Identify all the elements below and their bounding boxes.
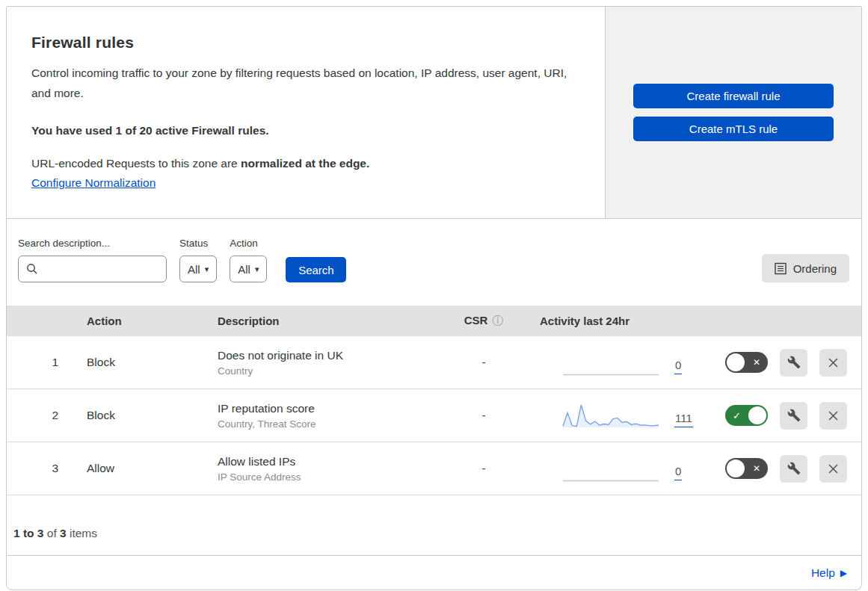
- rule-activity-cell: 111: [525, 402, 701, 429]
- status-label: Status: [179, 238, 217, 249]
- rule-priority: 1: [7, 356, 78, 369]
- configure-normalization-link[interactable]: Configure Normalization: [31, 176, 156, 190]
- rule-priority: 2: [7, 409, 78, 422]
- normalization-note-text: URL-encoded Requests to this zone are: [31, 157, 241, 170]
- close-icon: [828, 410, 839, 421]
- search-input-box[interactable]: [18, 256, 167, 282]
- status-field: Status All ▾: [179, 238, 217, 282]
- chevron-down-icon: ▾: [255, 264, 259, 274]
- activity-count-link[interactable]: 0: [674, 465, 682, 480]
- table-row: 2 Block IP reputation score Country, Thr…: [7, 389, 861, 442]
- csr-column-header: CSRⓘ: [443, 314, 525, 328]
- action-column-header: Action: [78, 315, 209, 327]
- rule-activity-cell: 0: [525, 455, 701, 482]
- toggle-knob: [727, 460, 745, 477]
- normalization-note-bold: normalized at the edge.: [241, 157, 369, 170]
- intro-section: Firewall rules Control incoming traffic …: [7, 7, 605, 218]
- rule-description-cell: Does not originate in UK Country: [209, 349, 443, 377]
- description-column-header: Description: [209, 315, 443, 327]
- help-link[interactable]: Help ▶: [811, 566, 847, 580]
- action-select-value: All: [238, 263, 250, 276]
- activity-sparkline: [562, 349, 659, 376]
- activity-sparkline: [562, 402, 659, 429]
- table-header: Action Description CSRⓘ Activity last 24…: [7, 306, 861, 336]
- pagination-range: 1 to 3: [13, 527, 43, 539]
- rule-controls: ✓✕: [701, 349, 861, 377]
- action-select[interactable]: All ▾: [230, 256, 267, 282]
- close-icon: [828, 463, 839, 474]
- rule-fields: IP Source Address: [218, 471, 443, 483]
- rule-enabled-toggle[interactable]: ✓✕: [725, 352, 768, 373]
- edit-rule-button[interactable]: [780, 402, 807, 430]
- rule-description-cell: IP reputation score Country, Threat Scor…: [209, 402, 443, 430]
- delete-rule-button[interactable]: [819, 349, 847, 377]
- pagination-items-label: items: [70, 527, 97, 539]
- rule-action: Allow: [78, 462, 209, 475]
- activity-sparkline: [562, 455, 659, 482]
- edit-rule-button[interactable]: [780, 455, 807, 483]
- rule-action: Block: [78, 356, 209, 369]
- rule-name: Does not originate in UK: [218, 349, 443, 362]
- activity-column-header: Activity last 24hr: [525, 315, 701, 327]
- chevron-down-icon: ▾: [205, 264, 209, 274]
- header-section: Firewall rules Control incoming traffic …: [7, 7, 861, 219]
- rule-priority: 3: [7, 462, 78, 475]
- action-label: Action: [230, 238, 267, 249]
- rule-enabled-toggle[interactable]: ✓✕: [725, 405, 768, 426]
- pagination-of: of: [47, 527, 57, 539]
- activity-count-link[interactable]: 111: [674, 412, 693, 427]
- search-button[interactable]: Search: [286, 257, 346, 282]
- edit-rule-button[interactable]: [780, 349, 807, 377]
- pagination-summary: 1 to 3 of 3 items: [7, 495, 861, 555]
- actions-panel: Create firewall rule Create mTLS rule: [605, 7, 861, 218]
- x-icon: ✕: [753, 464, 760, 473]
- rule-csr: -: [443, 462, 525, 475]
- delete-rule-button[interactable]: [819, 455, 847, 483]
- ordering-button-label: Ordering: [793, 262, 837, 275]
- help-bar: Help ▶: [7, 555, 861, 590]
- x-icon: ✕: [753, 358, 760, 367]
- search-label: Search description...: [18, 238, 167, 249]
- chevron-right-icon: ▶: [840, 568, 847, 578]
- page-title: Firewall rules: [31, 34, 575, 52]
- create-mtls-rule-button[interactable]: Create mTLS rule: [633, 117, 834, 141]
- search-input[interactable]: [44, 263, 158, 276]
- help-link-label: Help: [811, 566, 835, 580]
- rule-csr: -: [443, 356, 525, 369]
- rule-csr: -: [443, 409, 525, 422]
- filter-bar: Search description... Status All ▾ Actio…: [7, 219, 861, 306]
- rule-name: IP reputation score: [218, 402, 443, 415]
- table-row: 1 Block Does not originate in UK Country…: [7, 336, 861, 389]
- check-icon: ✓: [733, 411, 741, 421]
- pagination-total: 3: [60, 527, 67, 539]
- firewall-rules-card: Firewall rules Control incoming traffic …: [6, 6, 862, 590]
- wrench-icon: [787, 356, 801, 369]
- rule-action: Block: [78, 409, 209, 422]
- filter-controls: Search description... Status All ▾ Actio…: [18, 238, 346, 282]
- table-row: 3 Allow Allow listed IPs IP Source Addre…: [7, 442, 861, 495]
- usage-summary: You have used 1 of 20 active Firewall ru…: [31, 124, 575, 137]
- rule-enabled-toggle[interactable]: ✓✕: [725, 458, 768, 479]
- wrench-icon: [787, 462, 801, 475]
- wrench-icon: [787, 409, 801, 422]
- search-field: Search description...: [18, 238, 167, 282]
- delete-rule-button[interactable]: [819, 402, 847, 430]
- rule-fields: Country, Threat Score: [218, 418, 443, 430]
- activity-count-link[interactable]: 0: [674, 359, 682, 374]
- rule-description-cell: Allow listed IPs IP Source Address: [209, 455, 443, 483]
- toggle-knob: [727, 353, 745, 371]
- create-firewall-rule-button[interactable]: Create firewall rule: [633, 84, 834, 108]
- toggle-knob: [748, 406, 766, 424]
- status-select-value: All: [188, 263, 200, 276]
- info-icon[interactable]: ⓘ: [492, 314, 503, 327]
- search-icon: [26, 263, 38, 275]
- rule-fields: Country: [218, 365, 443, 377]
- ordering-icon: [775, 262, 787, 275]
- rule-controls: ✓✕: [701, 402, 861, 430]
- status-select[interactable]: All ▾: [179, 256, 217, 282]
- ordering-button[interactable]: Ordering: [762, 254, 849, 282]
- close-icon: [828, 357, 839, 368]
- rule-activity-cell: 0: [525, 349, 701, 376]
- action-field: Action All ▾: [230, 238, 267, 282]
- normalization-note: URL-encoded Requests to this zone are no…: [31, 157, 575, 170]
